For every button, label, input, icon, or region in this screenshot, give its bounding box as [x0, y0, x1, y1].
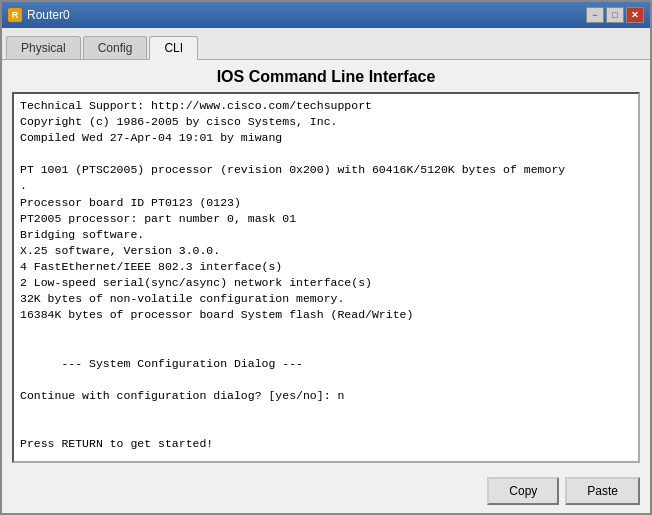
tab-physical[interactable]: Physical — [6, 36, 81, 59]
minimize-button[interactable]: − — [586, 7, 604, 23]
close-button[interactable]: ✕ — [626, 7, 644, 23]
router-window: R Router0 − □ ✕ Physical Config CLI IOS … — [0, 0, 652, 515]
content-area: Technical Support: http://www.cisco.com/… — [2, 92, 650, 471]
tab-bar: Physical Config CLI — [2, 28, 650, 60]
terminal-text: Technical Support: http://www.cisco.com/… — [20, 99, 565, 450]
maximize-button[interactable]: □ — [606, 7, 624, 23]
title-bar-left: R Router0 — [8, 8, 70, 22]
tab-cli[interactable]: CLI — [149, 36, 198, 60]
paste-button[interactable]: Paste — [565, 477, 640, 505]
title-buttons: − □ ✕ — [586, 7, 644, 23]
terminal-output[interactable]: Technical Support: http://www.cisco.com/… — [12, 92, 640, 463]
router-icon: R — [8, 8, 22, 22]
title-bar: R Router0 − □ ✕ — [2, 2, 650, 28]
page-title: IOS Command Line Interface — [2, 60, 650, 92]
window-title: Router0 — [27, 8, 70, 22]
tab-config[interactable]: Config — [83, 36, 148, 59]
copy-button[interactable]: Copy — [487, 477, 559, 505]
button-bar: Copy Paste — [2, 471, 650, 513]
